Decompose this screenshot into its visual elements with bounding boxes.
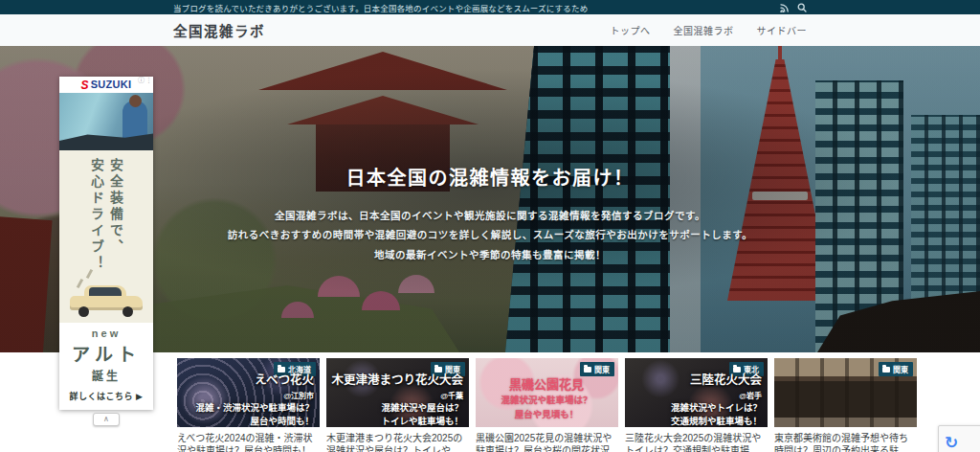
thumbnail-caption: えべつ花火 @江別市 混雑・渋滞状況や駐車場は？ 屋台や時間も！ (182, 373, 314, 427)
hero-line-2: 訪れるべきおすすめの時間帯や混雑回避のコツを詳しく解説し、スムーズな旅行やお出か… (228, 225, 752, 244)
caption-heading: えべつ花火 (182, 373, 314, 389)
caption-sub: 屋台や見頃も！ (480, 408, 612, 420)
card-thumbnail-fireworks[interactable]: 北海道 えべつ花火 @江別市 混雑・渋滞状況や駐車場は？ 屋台や時間も！ (177, 358, 320, 427)
ad-info-icon[interactable]: ⓘ (138, 77, 145, 83)
rss-icon[interactable] (780, 3, 790, 12)
caption-heading: 黒磯公園花見 (480, 377, 612, 393)
category-badge[interactable]: 関東 (879, 362, 913, 376)
ad-car-graphic (59, 282, 153, 323)
article-card[interactable]: 関東 黒磯公園花見 混雑状況や駐車場は？ 屋台や見頃も！ 黒磯公園2025花見の… (476, 358, 618, 452)
caption-location: @江別市 (182, 390, 314, 400)
suzuki-logo-bar: S SUZUKI ⓘ ⋮ (59, 77, 153, 93)
notice-message: 当ブログを読んでいただきありがとうございます。日本全国各地のイベントや企画展など… (173, 2, 588, 13)
article-card-row: 北海道 えべつ花火 @江別市 混雑・渋滞状況や駐車場は？ 屋台や時間も！ えべつ… (177, 358, 919, 452)
article-title[interactable]: 三陸花火大会2025の混雑状況やトイレは？交通規制や駐車場も！ (625, 432, 768, 452)
article-title[interactable]: えべつ花火2024の混雑・渋滞状況や駐車場は？屋台や時間も！ (177, 432, 320, 452)
folder-icon (882, 367, 890, 373)
ad-product-block: new アルト 誕生 詳しくはこちら ▶ (59, 323, 153, 410)
article-card[interactable]: 関東 東京都美術館の混雑予想や待ち時間は？周辺の予約出来る駐車場 (774, 358, 917, 452)
caption-location: @千葉 (331, 390, 463, 400)
hero-line-1: 全国混雑ラボは、日本全国のイベントや観光施設に関する混雑情報を発信するブログです… (228, 206, 752, 225)
category-label: 関東 (594, 364, 610, 374)
chevron-up-icon: ∧ (103, 416, 109, 423)
hero-line-3: 地域の最新イベントや季節の特集も豊富に掲載！ (228, 245, 752, 264)
suzuki-s-logo-icon: S (81, 79, 89, 91)
caption-sub: 混雑状況や駐車場は？ (480, 394, 612, 406)
article-card[interactable]: 北海道 えべつ花火 @江別市 混雑・渋滞状況や駐車場は？ 屋台や時間も！ えべつ… (177, 358, 320, 452)
card-thumbnail-fireworks[interactable]: 関東 木更津港まつり花火大会 @千葉 混雑状況や屋台は？ トイレや駐車場も！ (326, 358, 469, 427)
caption-sub: 混雑・渋滞状況や駐車場は？ (182, 401, 314, 414)
article-title[interactable]: 木更津港まつり花火大会2025の混雑状況や屋台は？トイレや駐車場も！ (326, 432, 469, 452)
ad-cta-link[interactable]: 詳しくはこちら ▶ (61, 390, 151, 402)
card-thumbnail-fireworks[interactable]: 東北 三陸花火大会 @岩手 混雑状況やトイレは？ 交通規制や駐車場も！ (625, 358, 768, 427)
folder-icon (584, 367, 591, 373)
site-title[interactable]: 全国混雑ラボ (173, 20, 265, 40)
car-wheel (78, 306, 89, 317)
suzuki-ad[interactable]: S SUZUKI ⓘ ⋮ 安全装備で、 安心ドライブ！ (59, 77, 153, 426)
nav-item-home[interactable]: 全国混雑ラボ (674, 23, 734, 37)
caption-sub: 屋台や時間も！ (182, 415, 314, 427)
hero-title: 日本全国の混雑情報をお届け！ (346, 163, 635, 191)
article-card[interactable]: 東北 三陸花火大会 @岩手 混雑状況やトイレは？ 交通規制や駐車場も！ 三陸花火… (625, 358, 768, 452)
recaptcha-icon: ↻ (945, 435, 958, 451)
ad-vertical-copy-1: 安全装備で、 (106, 158, 125, 282)
ad-copy-block: 安全装備で、 安心ドライブ！ (59, 150, 153, 282)
driver-head (129, 95, 142, 107)
caption-heading: 木更津港まつり花火大会 (331, 373, 463, 389)
folder-icon (278, 367, 285, 373)
suzuki-wordmark: SUZUKI (91, 79, 132, 90)
nav-item-top[interactable]: トップへ (611, 23, 651, 37)
search-icon[interactable] (797, 3, 807, 12)
category-label: 関東 (893, 364, 908, 374)
folder-icon (733, 367, 741, 373)
ad-menu-icon[interactable]: ⋮ (145, 77, 152, 83)
caption-location: @岩手 (630, 390, 762, 400)
article-title[interactable]: 東京都美術館の混雑予想や待ち時間は？周辺の予約出来る駐車場 (774, 432, 917, 452)
card-thumbnail-sakura[interactable]: 関東 黒磯公園花見 混雑状況や駐車場は？ 屋台や見頃も！ (476, 358, 618, 427)
ad-new-label: new (61, 328, 151, 339)
category-badge[interactable]: 関東 (580, 362, 614, 376)
thumbnail-caption: 黒磯公園花見 混雑状況や駐車場は？ 屋台や見頃も！ (480, 377, 612, 420)
nav-item-sidebar[interactable]: サイドバー (757, 23, 808, 37)
caption-heading: 三陸花火大会 (630, 373, 762, 389)
ad-product-name: アルト (61, 340, 151, 366)
ad-vertical-copy-2: 安心ドライブ！ (87, 158, 106, 282)
caption-sub: トイレや駐車場も！ (331, 415, 463, 427)
ad-driver-photo (59, 93, 153, 150)
ad-collapse-button[interactable]: ∧ (93, 413, 120, 426)
thumbnail-caption: 三陸花火大会 @岩手 混雑状況やトイレは？ 交通規制や駐車場も！ (630, 373, 762, 427)
car-window (89, 287, 122, 296)
notice-bar: 当ブログを読んでいただきありがとうございます。日本全国各地のイベントや企画展など… (0, 0, 980, 14)
folder-icon (434, 367, 442, 373)
main-nav: トップへ 全国混雑ラボ サイドバー (611, 23, 808, 37)
hero-description: 全国混雑ラボは、日本全国のイベントや観光施設に関する混雑情報を発信するブログです… (228, 206, 752, 264)
caption-sub: 交通規制や駐車場も！ (630, 415, 762, 427)
caption-sub: 混雑状況や屋台は？ (331, 401, 463, 414)
car-wheel (122, 306, 133, 317)
article-card[interactable]: 関東 木更津港まつり花火大会 @千葉 混雑状況や屋台は？ トイレや駐車場も！ 木… (326, 358, 469, 452)
article-title[interactable]: 黒磯公園2025花見の混雑状況や駐車場は？屋台や桜の開花状況 (476, 432, 618, 452)
card-thumbnail-museum[interactable]: 関東 (774, 358, 917, 427)
recaptcha-badge[interactable]: ↻ (938, 425, 980, 452)
caption-sub: 混雑状況やトイレは？ (630, 401, 762, 414)
site-header: 全国混雑ラボ トップへ 全国混雑ラボ サイドバー (0, 14, 980, 46)
ad-birth-label: 誕生 (61, 367, 151, 383)
thumbnail-caption: 木更津港まつり花火大会 @千葉 混雑状況や屋台は？ トイレや駐車場も！ (331, 373, 463, 427)
